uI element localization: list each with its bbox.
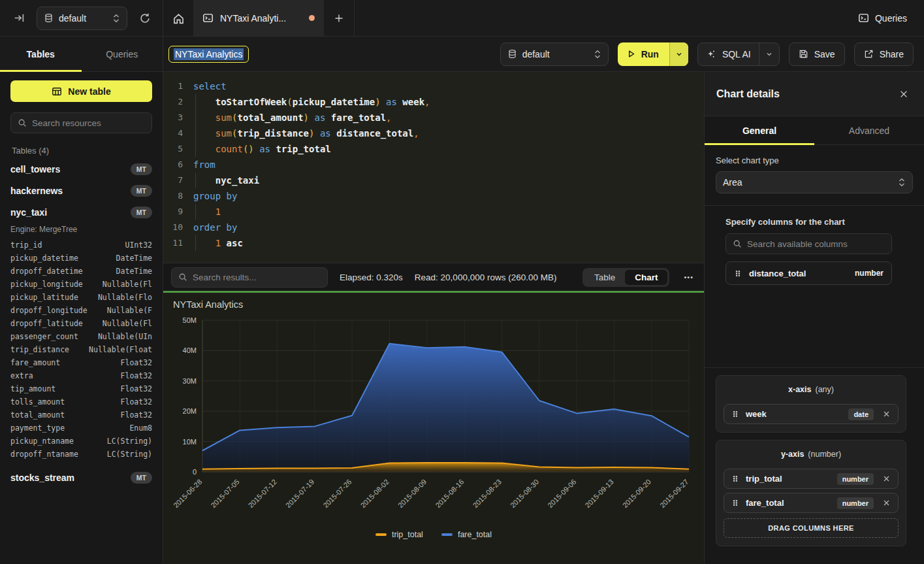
editor-code[interactable]: select toStartOfWeek(pickup_datetime) as… [193, 78, 704, 263]
play-icon [626, 49, 636, 59]
axis-column-name: fare_total [746, 498, 831, 508]
toolbar-row: Tables Queries NYTaxi Analytics default … [0, 37, 924, 72]
columns-search-input[interactable] [747, 239, 885, 249]
axis-column-name: week [746, 409, 842, 419]
results-search[interactable] [171, 267, 328, 288]
sql-editor[interactable]: 1234567891011 select toStartOfWeek(picku… [163, 72, 704, 263]
x-axis-label: x-axis [788, 385, 811, 394]
drag-handle-icon[interactable] [734, 269, 742, 278]
code-line: order by [193, 220, 704, 235]
save-button[interactable]: Save [789, 42, 845, 66]
drag-handle-icon[interactable] [731, 409, 739, 419]
query-title-text: NYTaxi Analytics [174, 48, 244, 60]
run-database-selector[interactable]: default [500, 42, 609, 66]
legend-swatch-trip_total [375, 533, 387, 536]
chart-details-body: Select chart type Area Specify columns f… [705, 145, 924, 564]
sparkle-icon [706, 49, 716, 59]
legend-item[interactable]: trip_total [375, 530, 423, 539]
table-list-item[interactable]: hackernewsMT [10, 180, 152, 201]
code-line: group by [193, 188, 704, 204]
query-title-input[interactable]: NYTaxi Analytics [168, 46, 249, 63]
divider [705, 205, 924, 206]
run-options-button[interactable] [669, 42, 688, 66]
collapse-sidebar-button[interactable] [9, 8, 29, 28]
more-options-button[interactable]: ••• [681, 273, 696, 281]
run-button-label: Run [641, 49, 659, 59]
table-list-item[interactable]: stocks_streamMT [10, 467, 152, 488]
tab-nytaxi-analytics[interactable]: NYTaxi Analyti... [193, 0, 324, 36]
available-column-item[interactable]: distance_totalnumber [725, 261, 892, 285]
remove-column-button[interactable] [880, 408, 892, 420]
axis-column-item[interactable]: trip_totalnumber [724, 469, 899, 489]
top-bar: default NYTaxi Analyti... Queries [0, 0, 924, 37]
column-row: tip_amountFloat32 [10, 382, 152, 395]
elapsed-stat: Elapsed: 0.320s [340, 273, 403, 282]
svg-text:2015-09-13: 2015-09-13 [584, 478, 615, 509]
refresh-button[interactable] [135, 8, 155, 28]
columns-search[interactable] [725, 233, 892, 254]
new-table-button[interactable]: New table [10, 80, 152, 102]
unsaved-dot [309, 15, 315, 21]
drag-handle-icon[interactable] [731, 474, 739, 484]
x-axis-items: weekdate [724, 404, 899, 424]
column-type: number [855, 269, 884, 278]
tab-advanced[interactable]: Advanced [814, 116, 924, 144]
run-button[interactable]: Run [618, 42, 669, 66]
remove-column-button[interactable] [880, 473, 892, 485]
engine-badge: MT [131, 185, 152, 197]
line-number: 7 [163, 173, 183, 188]
column-row: dropoff_ntanameLC(String) [10, 448, 152, 461]
axis-column-type-badge: date [848, 408, 874, 420]
sql-ai-button-group: SQL AI [697, 42, 780, 66]
svg-text:2015-08-02: 2015-08-02 [359, 478, 390, 509]
chevron-updown-icon [898, 178, 906, 187]
home-button[interactable] [163, 0, 193, 37]
chart-view-button[interactable]: Chart [625, 270, 667, 285]
x-axis-box: x-axis(any) weekdate [716, 375, 906, 433]
y-axis-hint: (number) [808, 450, 841, 459]
resources-search-input[interactable] [32, 118, 148, 128]
engine-badge: MT [131, 207, 152, 218]
resources-search[interactable] [10, 112, 152, 133]
code-line: sum(trip_distance) as distance_total, [193, 125, 704, 141]
database-selector[interactable]: default [37, 7, 127, 30]
new-tab-button[interactable] [324, 0, 354, 37]
svg-text:50M: 50M [183, 316, 197, 324]
connection-bar: default [0, 0, 163, 36]
table-view-button[interactable]: Table [584, 270, 625, 285]
svg-text:2015-09-27: 2015-09-27 [658, 478, 690, 509]
queries-button[interactable]: Queries [850, 0, 924, 36]
svg-text:2015-08-23: 2015-08-23 [471, 478, 503, 509]
tab-queries[interactable]: Queries [82, 37, 163, 71]
table-list-item[interactable]: cell_towersMT [10, 158, 152, 180]
tab-tables[interactable]: Tables [0, 37, 82, 71]
svg-text:2015-09-20: 2015-09-20 [621, 478, 652, 509]
column-row: pickup_datetimeDateTime [10, 252, 152, 265]
drag-handle-icon[interactable] [731, 498, 739, 508]
chart-canvas[interactable]: 010M20M30M40M50M2015-06-282015-07-052015… [163, 293, 704, 564]
table-list-item[interactable]: nyc_taxiMT [10, 201, 152, 223]
x-axis-header: x-axis(any) [724, 381, 899, 400]
columns-section: Specify columns for the chart distance_t… [725, 217, 892, 285]
axis-column-item[interactable]: weekdate [724, 404, 899, 424]
column-row: extraFloat32 [10, 369, 152, 382]
tables-section-header: Tables (4) [12, 146, 152, 156]
available-columns-list: distance_totalnumber [725, 261, 892, 285]
chart-type-select[interactable]: Area [716, 171, 913, 193]
results-toolbar: Elapsed: 0.320s Read: 20,000,000 rows (2… [163, 263, 704, 291]
column-row: passenger_countNullable(UIn [10, 330, 152, 343]
share-button[interactable]: Share [854, 42, 914, 66]
code-line: sum(total_amount) as fare_total, [193, 110, 704, 125]
drop-zone[interactable]: DRAG COLUMNS HERE [724, 518, 899, 538]
column-row: total_amountFloat32 [10, 408, 152, 422]
axis-column-item[interactable]: fare_totalnumber [724, 493, 899, 513]
tab-general[interactable]: General [705, 116, 814, 144]
sql-ai-options-button[interactable] [759, 43, 779, 65]
results-search-input[interactable] [193, 273, 321, 282]
line-number: 10 [163, 220, 183, 235]
remove-column-button[interactable] [880, 497, 892, 509]
svg-text:2015-08-30: 2015-08-30 [509, 478, 540, 509]
legend-item[interactable]: fare_total [441, 530, 492, 539]
close-panel-button[interactable] [895, 86, 912, 103]
sql-ai-button[interactable]: SQL AI [698, 43, 759, 65]
